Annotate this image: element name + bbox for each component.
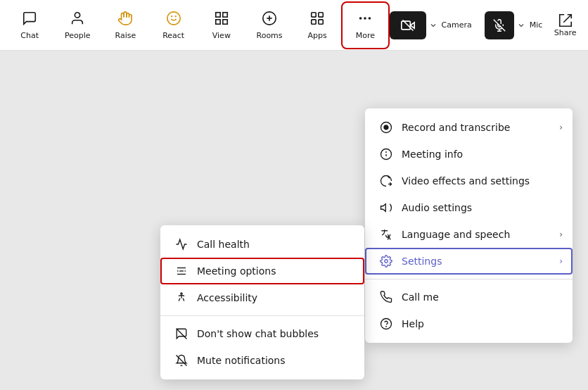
raise-icon (117, 11, 133, 30)
svg-rect-5 (223, 12, 227, 16)
menu-item-record[interactable]: Record and transcribe › (365, 114, 573, 141)
svg-point-31 (381, 319, 392, 329)
settings-label: Settings (402, 256, 442, 267)
language-icon (378, 228, 395, 241)
menu-item-video-effects[interactable]: Video effects and settings (365, 168, 573, 194)
video-effects-label: Video effects and settings (402, 175, 530, 187)
chat-icon (22, 11, 37, 30)
audio-settings-icon (378, 201, 395, 214)
svg-rect-14 (312, 19, 316, 23)
mute-notifications-icon (173, 354, 190, 367)
record-chevron: › (559, 122, 563, 132)
raise-label: Raise (115, 31, 136, 40)
more-label: More (356, 31, 375, 40)
svg-rect-4 (216, 12, 220, 16)
help-icon (378, 317, 395, 330)
svg-rect-12 (319, 12, 323, 16)
svg-point-38 (181, 293, 182, 294)
record-label: Record and transcribe (402, 122, 510, 133)
people-label: People (65, 31, 91, 40)
menu-item-audio-settings[interactable]: Audio settings (365, 194, 573, 221)
menu-divider (365, 279, 573, 279)
camera-caret[interactable] (426, 11, 440, 39)
settings-chevron: › (559, 256, 563, 266)
menu-item-settings[interactable]: Settings › (365, 248, 573, 275)
svg-point-1 (167, 11, 179, 24)
mute-notifications-label: Mute notifications (197, 355, 286, 366)
apps-label: Apps (308, 31, 327, 40)
language-label: Language and speech (402, 229, 510, 240)
people-icon (70, 11, 85, 30)
video-effects-icon (378, 175, 395, 187)
menu-item-call-health[interactable]: Call health (160, 231, 364, 258)
menu-item-mute-notifications[interactable]: Mute notifications (160, 347, 364, 374)
camera-label: Camera (442, 20, 472, 30)
meeting-info-icon (378, 148, 395, 161)
call-me-icon (378, 291, 395, 303)
meeting-options-icon (173, 265, 190, 277)
toolbar: Chat People Raise (0, 0, 588, 51)
left-divider (160, 315, 364, 316)
toolbar-item-people[interactable]: People (53, 1, 101, 49)
svg-rect-7 (216, 19, 220, 23)
svg-point-16 (364, 17, 367, 20)
mic-group: Mic (480, 11, 543, 39)
svg-rect-6 (223, 19, 227, 23)
react-icon (166, 11, 181, 30)
record-icon (378, 121, 395, 134)
share-button[interactable]: Share (548, 6, 582, 45)
language-chevron: › (559, 229, 563, 239)
svg-point-17 (369, 17, 371, 20)
view-icon (214, 11, 229, 30)
accessibility-label: Accessibility (197, 292, 257, 303)
accessibility-icon (173, 291, 190, 304)
call-health-label: Call health (197, 239, 250, 250)
toolbar-item-more[interactable]: More (341, 1, 389, 49)
menu-item-help[interactable]: Help (365, 310, 573, 337)
svg-point-0 (75, 12, 80, 17)
more-icon (357, 11, 373, 30)
call-me-label: Call me (402, 291, 439, 303)
toolbar-item-view[interactable]: View (198, 1, 245, 49)
help-label: Help (402, 318, 424, 329)
menu-item-language[interactable]: Language and speech › (365, 221, 573, 248)
main-content: Record and transcribe › Meeting info (0, 51, 588, 390)
svg-marker-29 (381, 204, 386, 212)
chat-label: Chat (20, 31, 39, 40)
call-health-icon (173, 238, 190, 251)
no-chat-bubbles-label: Don't show chat bubbles (197, 328, 319, 339)
rooms-label: Rooms (257, 31, 283, 40)
camera-button[interactable] (390, 11, 426, 39)
view-label: View (212, 31, 231, 40)
meeting-options-label: Meeting options (197, 265, 276, 277)
toolbar-item-apps[interactable]: Apps (293, 1, 341, 49)
toolbar-item-raise[interactable]: Raise (101, 1, 149, 49)
svg-rect-11 (312, 12, 316, 16)
react-label: React (162, 31, 184, 40)
rooms-icon (262, 11, 277, 30)
share-label: Share (554, 28, 577, 37)
svg-point-24 (384, 125, 388, 130)
toolbar-item-react[interactable]: React (150, 1, 198, 49)
menu-item-meeting-info[interactable]: Meeting info (365, 141, 573, 168)
toolbar-item-chat[interactable]: Chat (6, 1, 53, 49)
mic-button[interactable] (485, 11, 514, 39)
mic-caret[interactable] (514, 11, 528, 39)
menu-item-no-chat-bubbles[interactable]: Don't show chat bubbles (160, 320, 364, 347)
apps-icon (309, 11, 325, 30)
menu-item-meeting-options[interactable]: Meeting options (160, 258, 364, 284)
menu-item-accessibility[interactable]: Accessibility (160, 284, 364, 311)
settings-submenu: Call health Meeting options (160, 225, 364, 379)
settings-icon (378, 255, 395, 268)
toolbar-item-rooms[interactable]: Rooms (245, 1, 293, 49)
menu-item-call-me[interactable]: Call me (365, 284, 573, 310)
svg-point-30 (385, 260, 388, 263)
mic-label: Mic (530, 20, 543, 30)
audio-settings-label: Audio settings (402, 202, 472, 213)
meeting-info-label: Meeting info (402, 149, 463, 160)
camera-group: Camera (390, 11, 472, 39)
no-chat-bubbles-icon (173, 327, 190, 340)
svg-rect-13 (319, 19, 323, 23)
svg-point-15 (359, 17, 362, 20)
more-dropdown: Record and transcribe › Meeting info (365, 108, 573, 343)
